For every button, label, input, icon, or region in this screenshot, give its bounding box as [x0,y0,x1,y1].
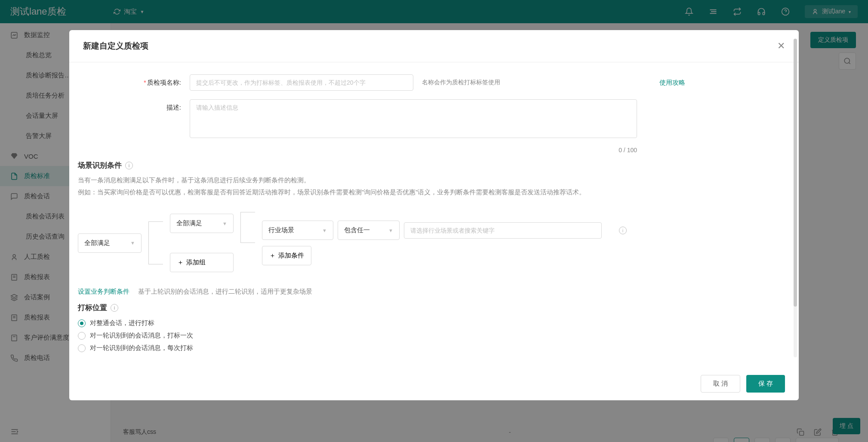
plus-icon: ＋ [177,258,184,267]
modal-overlay[interactable]: 新建自定义质检项 ✕ *质检项名称: 名称会作为质检打标标签使用 使用攻略 描述… [0,0,868,442]
set-biz-condition-link[interactable]: 设置业务判断条件 [78,288,129,296]
radio-label: 对整通会话，进行打标 [90,319,154,327]
cancel-button[interactable]: 取 消 [701,375,740,393]
select-value: 全部满足 [84,239,110,247]
modal-title: 新建自定义质检项 [83,40,148,52]
info-icon[interactable]: i [619,227,627,234]
biz-condition-row: 设置业务判断条件 基于上轮识别的会话消息，进行二轮识别，适用于更复杂场景 [78,288,780,296]
radio-icon [78,332,86,340]
btn-text: 添加组 [186,258,206,267]
modal-scrollbar[interactable] [794,39,797,357]
desc-row: 描述: [138,99,780,138]
chevron-down-icon: ▼ [130,240,135,246]
bracket-line [148,221,163,264]
desc-line-1: 当有一条消息检测满足以下条件时，基于这条消息进行后续业务判断条件的检测。 [78,175,646,187]
desc-input[interactable] [190,99,637,138]
name-label: *质检项名称: [138,74,181,87]
mark-radio-group: 对整通会话，进行打标 对一轮识别到的会话消息，打标一次 对一轮识别到的会话消息，… [78,317,780,354]
add-group-button[interactable]: ＋添加组 [170,253,234,272]
info-icon[interactable]: i [111,304,118,312]
contains-select[interactable]: 包含任一▼ [338,221,400,240]
add-condition-button[interactable]: ＋添加条件 [262,246,311,265]
radio-label: 对一轮识别到的会话消息，每次打标 [90,344,193,352]
bracket-line [240,212,255,243]
name-help: 名称会作为质检打标标签使用 [422,74,500,86]
radio-whole-session[interactable]: 对整通会话，进行打标 [78,317,780,329]
name-input[interactable] [190,74,413,91]
name-row: *质检项名称: 名称会作为质检打标标签使用 使用攻略 [138,74,780,91]
condition-tree: 全部满足▼ 全部满足▼ ＋添加组 行业场景▼ 包含任一▼ i ＋添加条件 [78,212,780,274]
leaf-column: 行业场景▼ 包含任一▼ i ＋添加条件 [262,221,627,265]
plus-icon: ＋ [269,252,276,260]
desc-label: 描述: [138,99,181,112]
chevron-down-icon: ▼ [322,228,327,233]
desc-line-2: 例如：当买家询问价格是否可以优惠，检测客服是否有回答近期活动推荐时，场景识别条件… [78,187,646,199]
chevron-down-icon: ▼ [388,228,393,233]
save-button[interactable]: 保 存 [746,375,785,393]
group-satisfy-select[interactable]: 全部满足▼ [170,214,234,233]
scene-section: 场景识别条件 i 当有一条消息检测满足以下条件时，基于这条消息进行后续业务判断条… [78,160,780,198]
select-value: 行业场景 [268,226,294,234]
radio-icon [78,344,86,352]
title-text: 打标位置 [78,303,107,313]
mark-section: 打标位置 i 对整通会话，进行打标 对一轮识别到的会话消息，打标一次 对一轮识别… [78,303,780,354]
radio-label: 对一轮识别到的会话消息，打标一次 [90,332,193,340]
condition-leaf: 行业场景▼ 包含任一▼ i [262,221,627,240]
close-button[interactable]: ✕ [777,40,785,52]
btn-text: 添加条件 [278,252,304,260]
select-value: 包含任一 [344,226,370,234]
industry-select[interactable]: 行业场景▼ [262,221,333,240]
radio-icon [78,319,86,327]
radio-once[interactable]: 对一轮识别到的会话消息，打标一次 [78,329,780,342]
scene-description: 当有一条消息检测满足以下条件时，基于这条消息进行后续业务判断条件的检测。 例如：… [78,175,646,198]
root-satisfy-select[interactable]: 全部满足▼ [78,233,142,253]
chevron-down-icon: ▼ [222,221,227,226]
guide-link[interactable]: 使用攻略 [659,74,685,87]
select-value: 全部满足 [176,219,202,227]
scrollbar-thumb[interactable] [794,39,797,307]
scene-keyword-input[interactable] [404,222,602,239]
mark-title: 打标位置 i [78,303,780,313]
group-column: 全部满足▼ ＋添加组 [170,214,234,272]
title-text: 场景识别条件 [78,160,122,170]
modal-body: *质检项名称: 名称会作为质检打标标签使用 使用攻略 描述: 0 / 100 场… [69,62,799,367]
label-text: 质检项名称: [147,79,181,86]
desc-counter: 0 / 100 [190,147,637,153]
scene-title: 场景识别条件 i [78,160,780,170]
modal-header: 新建自定义质检项 ✕ [69,30,799,62]
info-icon[interactable]: i [125,162,133,169]
biz-condition-desc: 基于上轮识别的会话消息，进行二轮识别，适用于更复杂场景 [138,288,312,296]
radio-each[interactable]: 对一轮识别到的会话消息，每次打标 [78,342,780,354]
create-item-modal: 新建自定义质检项 ✕ *质检项名称: 名称会作为质检打标标签使用 使用攻略 描述… [69,30,799,400]
modal-footer: 取 消 保 存 [69,367,799,400]
